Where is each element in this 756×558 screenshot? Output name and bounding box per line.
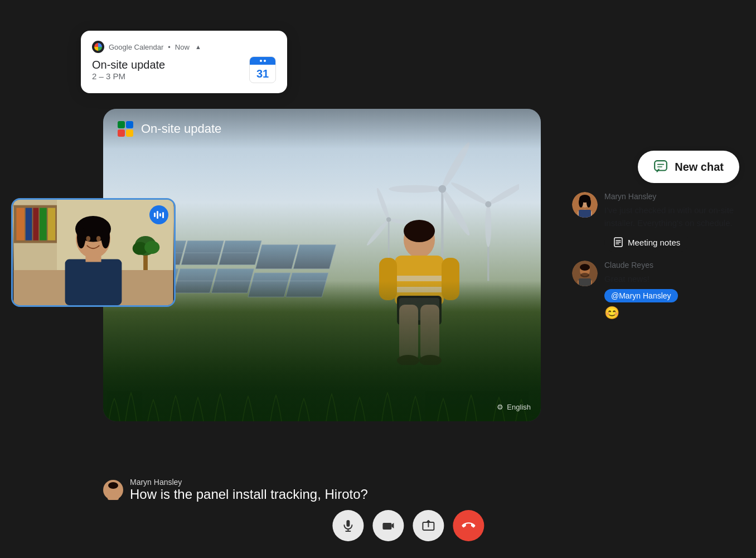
claude-sender-name: Claude Reyes bbox=[604, 261, 678, 270]
svg-rect-9 bbox=[293, 245, 336, 269]
svg-point-63 bbox=[77, 227, 86, 248]
svg-point-66 bbox=[96, 236, 101, 242]
controls-bar[interactable] bbox=[332, 510, 484, 541]
svg-rect-51 bbox=[40, 208, 47, 240]
maryn-message-text: I've just checked in with our on-site in… bbox=[604, 204, 745, 229]
svg-point-83 bbox=[579, 198, 583, 208]
svg-rect-42 bbox=[118, 121, 125, 128]
caption-speaker-avatar bbox=[103, 480, 123, 500]
notification-card: Google Calendar • Now ▲ On-site update 2… bbox=[81, 31, 287, 93]
chat-bubble-icon bbox=[653, 160, 668, 174]
chat-message-maryn: Maryn Hansley I've just checked in with … bbox=[572, 192, 745, 252]
notification-title: On-site update bbox=[92, 59, 165, 71]
svg-rect-59 bbox=[65, 259, 122, 305]
svg-rect-70 bbox=[108, 493, 119, 500]
meet-header: On-site update bbox=[103, 109, 541, 149]
svg-rect-8 bbox=[255, 245, 298, 269]
svg-rect-48 bbox=[16, 208, 25, 240]
notification-source: Google Calendar bbox=[109, 43, 163, 51]
svg-point-26 bbox=[485, 204, 491, 247]
grass-texture bbox=[103, 296, 541, 421]
svg-rect-45 bbox=[126, 129, 133, 137]
svg-rect-49 bbox=[26, 208, 32, 240]
claude-message-text: Great news! bbox=[604, 273, 678, 286]
new-chat-label: New chat bbox=[675, 161, 724, 174]
svg-rect-44 bbox=[118, 129, 125, 137]
emoji-reaction: 😊 bbox=[604, 306, 678, 320]
svg-point-65 bbox=[86, 236, 90, 242]
maryn-avatar bbox=[572, 192, 598, 218]
camera-button[interactable] bbox=[372, 510, 404, 541]
gear-icon: ⚙ bbox=[497, 403, 503, 411]
svg-rect-77 bbox=[655, 161, 667, 170]
svg-point-64 bbox=[101, 227, 110, 248]
svg-point-30 bbox=[404, 220, 435, 242]
notification-time: Now bbox=[175, 43, 190, 51]
mic-button[interactable] bbox=[332, 510, 364, 541]
chevron-up-icon: ▲ bbox=[195, 44, 201, 50]
notification-header: Google Calendar • Now ▲ bbox=[92, 41, 276, 53]
voice-indicator bbox=[149, 205, 168, 224]
svg-rect-74 bbox=[382, 523, 391, 530]
claude-avatar bbox=[572, 261, 598, 286]
end-call-icon bbox=[462, 519, 475, 532]
maryn-sender-name: Maryn Hansley bbox=[604, 192, 745, 201]
share-screen-button[interactable] bbox=[413, 510, 444, 541]
svg-rect-93 bbox=[579, 278, 591, 286]
end-call-button[interactable] bbox=[453, 510, 484, 541]
mic-icon bbox=[341, 519, 355, 532]
pip-camera bbox=[11, 198, 176, 307]
camera-icon bbox=[381, 519, 395, 532]
svg-point-27 bbox=[449, 180, 490, 207]
caption-bar: Maryn Hansley How is the panel install t… bbox=[103, 478, 368, 502]
svg-point-25 bbox=[487, 180, 519, 207]
notification-body: On-site update 2 – 3 PM 31 bbox=[92, 56, 276, 83]
svg-point-17 bbox=[389, 185, 442, 193]
svg-point-20 bbox=[375, 187, 391, 220]
svg-point-69 bbox=[108, 482, 118, 489]
caption-speaker-name: Maryn Hansley bbox=[130, 478, 368, 487]
svg-rect-52 bbox=[48, 208, 56, 240]
notes-icon bbox=[613, 237, 623, 247]
svg-rect-50 bbox=[33, 208, 38, 240]
svg-point-92 bbox=[580, 264, 590, 271]
share-screen-icon bbox=[421, 519, 435, 532]
meeting-title: On-site update bbox=[141, 122, 221, 136]
chat-message-claude: Claude Reyes Great news! @Maryn Hansley … bbox=[572, 261, 745, 320]
notification-time-range: 2 – 3 PM bbox=[92, 71, 165, 81]
svg-rect-43 bbox=[126, 121, 133, 128]
chat-sidebar: New chat Maryn Hansley I've just checked… bbox=[572, 151, 745, 320]
svg-point-94 bbox=[580, 273, 589, 277]
meeting-notes-pill[interactable]: Meeting notes bbox=[604, 233, 689, 252]
calendar-icon: 31 bbox=[249, 56, 276, 83]
language-badge: ⚙ English bbox=[497, 403, 531, 411]
svg-rect-85 bbox=[579, 210, 591, 218]
svg-point-84 bbox=[587, 198, 591, 208]
meeting-notes-label: Meeting notes bbox=[628, 238, 680, 247]
google-meet-logo bbox=[117, 120, 134, 138]
svg-point-57 bbox=[144, 241, 159, 254]
svg-rect-71 bbox=[346, 520, 350, 527]
gcal-icon bbox=[92, 41, 104, 53]
mention-pill[interactable]: @Maryn Hansley bbox=[604, 289, 678, 302]
new-chat-button[interactable]: New chat bbox=[638, 151, 739, 183]
caption-text: How is the panel install tracking, Hirot… bbox=[130, 487, 368, 502]
mention-label: @Maryn Hansley bbox=[611, 291, 671, 300]
